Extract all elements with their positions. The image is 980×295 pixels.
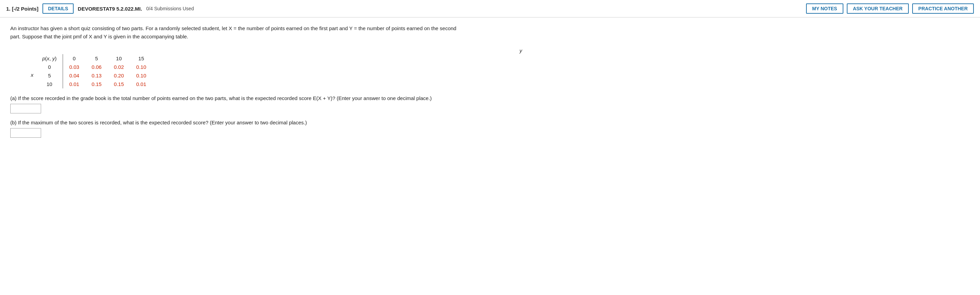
problem-statement: An instructor has given a short quiz con… <box>10 24 970 41</box>
problem-text-line2: part. Suppose that the joint pmf of X an… <box>10 33 188 40</box>
my-notes-button[interactable]: MY NOTES <box>806 3 843 14</box>
ask-teacher-button[interactable]: ASK YOUR TEACHER <box>847 3 909 14</box>
problem-text-line1: An instructor has given a short quiz con… <box>10 26 457 31</box>
pmf-table: p(x, y) 0 5 10 15 0 0.03 0.06 0.02 0.10 <box>36 54 153 88</box>
problem-code: DEVORESTAT9 5.2.022.MI. <box>78 6 142 12</box>
x-val-0: 0 <box>36 63 63 71</box>
part-a: (a) If the score recorded in the grade b… <box>10 95 970 113</box>
pmf-table-section: y x p(x, y) 0 5 10 15 0 0.03 <box>31 48 970 88</box>
y-col-5: 5 <box>85 54 108 63</box>
cell-5-15: 0.10 <box>130 71 153 80</box>
table-row: 10 0.01 0.15 0.15 0.01 <box>36 80 153 88</box>
cell-10-0: 0.01 <box>63 80 86 88</box>
part-b-input[interactable] <box>10 128 41 138</box>
header-right: MY NOTES ASK YOUR TEACHER PRACTICE ANOTH… <box>806 3 974 14</box>
table-header-row: p(x, y) 0 5 10 15 <box>36 54 153 63</box>
cell-5-0: 0.04 <box>63 71 86 80</box>
y-axis-label: y <box>72 48 970 53</box>
cell-0-5: 0.06 <box>85 63 108 71</box>
part-a-input[interactable] <box>10 104 41 113</box>
cell-5-5: 0.13 <box>85 71 108 80</box>
cell-10-5: 0.15 <box>85 80 108 88</box>
part-b-text: (b) If the maximum of the two scores is … <box>10 120 970 125</box>
table-row: 0 0.03 0.06 0.02 0.10 <box>36 63 153 71</box>
table-wrapper: x p(x, y) 0 5 10 15 0 0.03 0.06 <box>31 54 970 88</box>
part-b: (b) If the maximum of the two scores is … <box>10 120 970 138</box>
y-col-0: 0 <box>63 54 86 63</box>
header-bar: 1. [-/2 Points] DETAILS DEVORESTAT9 5.2.… <box>0 0 980 18</box>
cell-0-15: 0.10 <box>130 63 153 71</box>
y-col-15: 15 <box>130 54 153 63</box>
y-col-10: 10 <box>108 54 130 63</box>
x-val-10: 10 <box>36 80 63 88</box>
cell-10-15: 0.01 <box>130 80 153 88</box>
cell-10-10: 0.15 <box>108 80 130 88</box>
part-a-question: If the score recorded in the grade book … <box>18 95 432 101</box>
part-a-text: (a) If the score recorded in the grade b… <box>10 95 970 101</box>
x-val-5: 5 <box>36 71 63 80</box>
cell-0-0: 0.03 <box>63 63 86 71</box>
pxy-header: p(x, y) <box>36 54 63 63</box>
submissions-used: 0/4 Submissions Used <box>146 6 194 11</box>
practice-another-button[interactable]: PRACTICE ANOTHER <box>912 3 974 14</box>
part-b-question: If the maximum of the two scores is reco… <box>18 120 307 125</box>
part-a-label: (a) <box>10 95 16 101</box>
cell-5-10: 0.20 <box>108 71 130 80</box>
main-content: An instructor has given a short quiz con… <box>0 18 980 148</box>
cell-0-10: 0.02 <box>108 63 130 71</box>
table-row: 5 0.04 0.13 0.20 0.10 <box>36 71 153 80</box>
header-left: 1. [-/2 Points] DETAILS DEVORESTAT9 5.2.… <box>6 3 802 14</box>
part-b-label: (b) <box>10 120 16 125</box>
x-axis-label: x <box>31 72 33 78</box>
problem-number: 1. [-/2 Points] <box>6 6 38 12</box>
details-button[interactable]: DETAILS <box>43 3 74 14</box>
